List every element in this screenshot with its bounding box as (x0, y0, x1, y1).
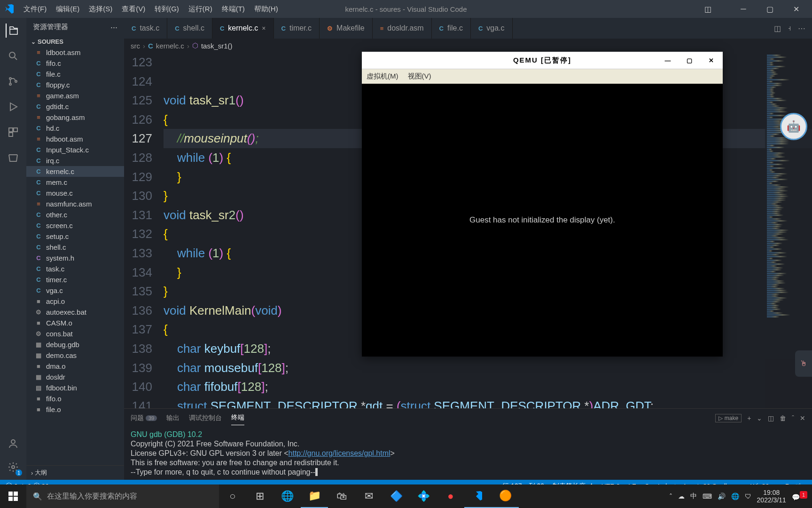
tray-onedrive-icon[interactable]: ☁ (678, 492, 685, 500)
start-button[interactable] (0, 484, 26, 508)
vscode-app-icon[interactable] (464, 484, 492, 508)
terminal-split-icon[interactable]: ◫ (768, 414, 774, 422)
file-item-autoexec-bat[interactable]: ⚙autoexec.bat (26, 307, 124, 318)
file-item-hd-c[interactable]: Chd.c (26, 123, 124, 134)
terminal-task[interactable]: ▷ make (715, 414, 742, 422)
layout-icon[interactable]: ◫ (697, 5, 718, 14)
store-icon[interactable]: 🛍 (328, 484, 355, 508)
qemu-minimize-button[interactable]: — (660, 57, 677, 64)
file-item-fifo-c[interactable]: Cfifo.c (26, 58, 124, 69)
edge-icon[interactable]: 🌐 (273, 484, 301, 508)
explorer-icon[interactable] (6, 24, 20, 38)
menu-edit[interactable]: 编辑(E) (51, 5, 84, 14)
file-item-mouse-c[interactable]: Cmouse.c (26, 188, 124, 198)
breadcrumb[interactable]: src › C kernelc.c › ⬡ task_sr1() (124, 39, 812, 53)
menu-run[interactable]: 运行(R) (184, 5, 217, 14)
file-item-screen-c[interactable]: Cscreen.c (26, 220, 124, 231)
breadcrumb-symbol[interactable]: task_sr1() (201, 42, 233, 50)
tab-vga-c[interactable]: Cvga.c (471, 18, 513, 39)
qemu-app-icon[interactable]: 🟠 (492, 484, 519, 508)
terminal[interactable]: GNU gdb (GDB) 10.2Copyright (C) 2021 Fre… (124, 427, 812, 480)
tab-dosldr-asm[interactable]: ≡dosldr.asm (373, 18, 432, 39)
file-item-dosldr[interactable]: ▦dosldr (26, 372, 124, 382)
settings-icon[interactable] (6, 460, 20, 474)
qemu-close-button[interactable]: ✕ (703, 57, 720, 64)
outline-section[interactable]: 大纲 (26, 465, 124, 480)
tray-ime[interactable]: 中 (690, 492, 697, 500)
file-item-acpi-o[interactable]: ■acpi.o (26, 296, 124, 307)
file-item-hdboot-asm[interactable]: ≡hdboot.asm (26, 134, 124, 144)
menu-select[interactable]: 选择(S) (84, 5, 117, 14)
source-control-icon[interactable] (6, 74, 20, 88)
file-item-gobang-asm[interactable]: ≡gobang.asm (26, 112, 124, 123)
tray-security-icon[interactable]: 🛡 (745, 492, 751, 500)
panel-close-icon[interactable]: ✕ (800, 414, 805, 422)
file-item-CASM-o[interactable]: ■CASM.o (26, 318, 124, 328)
menu-terminal[interactable]: 终端(T) (217, 5, 250, 14)
cortana-icon[interactable]: ○ (219, 484, 246, 508)
panel-maximize-icon[interactable]: ˆ (792, 414, 794, 422)
tab-file-c[interactable]: Cfile.c (432, 18, 471, 39)
tab-kernelc-c[interactable]: Ckernelc.c× (212, 18, 274, 39)
menu-view[interactable]: 查看(V) (117, 5, 150, 14)
file-item-irq-c[interactable]: Cirq.c (26, 155, 124, 166)
breadcrumb-file[interactable]: kernelc.c (156, 42, 184, 50)
file-item-task-c[interactable]: Ctask.c (26, 263, 124, 274)
file-item-system-h[interactable]: Csystem.h (26, 253, 124, 263)
qemu-titlebar[interactable]: QEMU [已暂停] — ▢ ✕ (362, 52, 723, 69)
qemu-display[interactable]: Guest has not initialized the display (y… (362, 84, 723, 357)
side-widget-icon[interactable]: 🖱 (795, 350, 812, 377)
qemu-maximize-button[interactable]: ▢ (681, 57, 698, 64)
editor-split-icon[interactable]: ⫞ (788, 24, 791, 33)
menu-goto[interactable]: 转到(G) (150, 5, 184, 14)
file-item-kernelc-c[interactable]: Ckernelc.c (26, 166, 124, 177)
file-item-debug-gdb[interactable]: ▦debug.gdb (26, 339, 124, 350)
minimize-button[interactable]: ─ (733, 5, 754, 13)
sidebar-more-icon[interactable]: ⋯ (110, 23, 117, 32)
menu-help[interactable]: 帮助(H) (250, 5, 283, 14)
file-item-other-c[interactable]: Cother.c (26, 209, 124, 220)
file-item-file-o[interactable]: ■file.o (26, 404, 124, 415)
panel-tab-debug[interactable]: 调试控制台 (189, 411, 222, 425)
file-item-gdtidt-c[interactable]: Cgdtidt.c (26, 101, 124, 112)
app2-icon[interactable]: 💠 (410, 484, 437, 508)
file-item-timer-c[interactable]: Ctimer.c (26, 274, 124, 285)
tray-network-icon[interactable]: 🌐 (731, 492, 739, 500)
file-item-demo-cas[interactable]: ▦demo.cas (26, 350, 124, 361)
menu-file[interactable]: 文件(F) (19, 5, 51, 14)
mail-icon[interactable]: ✉ (355, 484, 383, 508)
tray-notifications-icon[interactable]: 💬1 (792, 492, 807, 501)
terminal-dropdown-icon[interactable]: ⌄ (757, 414, 762, 422)
extensions-icon[interactable] (6, 125, 20, 139)
file-item-shell-c[interactable]: Cshell.c (26, 242, 124, 253)
tray-volume-icon[interactable]: 🔊 (718, 492, 726, 500)
file-item-fdboot-bin[interactable]: ▤fdboot.bin (26, 382, 124, 393)
avatar-bubble[interactable]: 🤖 (780, 113, 807, 140)
breadcrumb-src[interactable]: src (131, 42, 140, 50)
terminal-trash-icon[interactable]: 🗑 (780, 414, 786, 422)
qemu-menu-view[interactable]: 视图(V) (408, 72, 431, 81)
terminal-new-icon[interactable]: + (747, 414, 751, 422)
file-item-setup-c[interactable]: Csetup.c (26, 231, 124, 242)
file-item-ldboot-asm[interactable]: ≡ldboot.asm (26, 47, 124, 58)
qemu-menu-machine[interactable]: 虚拟机(M) (367, 72, 398, 81)
file-item-file-c[interactable]: Cfile.c (26, 69, 124, 79)
panel-tab-terminal[interactable]: 终端 (231, 411, 244, 425)
tray-clock[interactable]: 19:08 2022/3/11 (757, 489, 786, 504)
qemu-window[interactable]: QEMU [已暂停] — ▢ ✕ 虚拟机(M) 视图(V) Guest has … (362, 52, 723, 357)
taskview-icon[interactable]: ⊞ (246, 484, 273, 508)
files-icon[interactable] (6, 151, 20, 165)
taskbar-search[interactable]: 🔍 在这里输入你要搜索的内容 (26, 484, 219, 508)
folder-section[interactable]: SOURES (26, 36, 124, 47)
editor-compare-icon[interactable]: ◫ (774, 24, 781, 33)
panel-tab-output[interactable]: 输出 (166, 411, 180, 425)
search-icon[interactable] (6, 49, 20, 63)
account-icon[interactable] (6, 437, 20, 451)
editor-more-icon[interactable]: ⋯ (798, 24, 805, 33)
file-item-fifo-o[interactable]: ■fifo.o (26, 393, 124, 404)
tab-Makefile[interactable]: ⚙Makefile (320, 18, 373, 39)
file-item-cons-bat[interactable]: ⚙cons.bat (26, 328, 124, 339)
file-item-Input_Stack-c[interactable]: CInput_Stack.c (26, 144, 124, 155)
tray-input-icon[interactable]: ⌨ (703, 492, 712, 500)
tab-shell-c[interactable]: Cshell.c (167, 18, 212, 39)
